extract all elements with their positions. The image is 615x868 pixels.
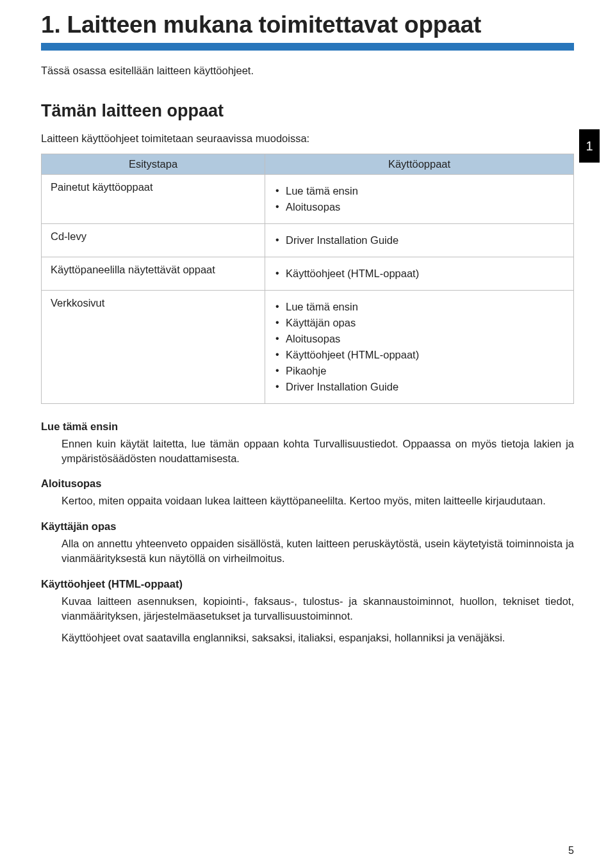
- table-row-items: Lue tämä ensin Käyttäjän opas Aloitusopa…: [274, 301, 564, 393]
- table-header-col1: Esitystapa: [42, 154, 265, 174]
- definitions-block: Lue tämä ensin Ennen kuin käytät laitett…: [41, 421, 574, 645]
- table-row-items: Käyttöohjeet (HTML-oppaat): [274, 268, 564, 280]
- list-item: Käyttöohjeet (HTML-oppaat): [274, 349, 564, 361]
- chapter-intro: Tässä osassa esitellään laitteen käyttöo…: [41, 65, 574, 77]
- list-item: Lue tämä ensin: [274, 185, 564, 197]
- definition-term: Aloitusopas: [41, 478, 574, 490]
- title-underline: [41, 43, 574, 51]
- definition-body: Kuvaa laitteen asennuksen, kopiointi-, f…: [62, 594, 574, 624]
- list-item: Driver Installation Guide: [274, 381, 564, 393]
- table-row-items: Lue tämä ensin Aloitusopas: [274, 185, 564, 213]
- table-row: Painetut käyttöoppaat Lue tämä ensin Alo…: [42, 174, 574, 223]
- definition-term: Lue tämä ensin: [41, 421, 574, 433]
- chapter-tab: 1: [579, 129, 600, 163]
- definition-term: Käyttäjän opas: [41, 520, 574, 533]
- page-number: 5: [568, 845, 574, 856]
- chapter-tab-label: 1: [586, 139, 593, 154]
- section-lead: Laitteen käyttöohjeet toimitetaan seuraa…: [41, 133, 574, 145]
- table-row-label: Cd-levy: [42, 223, 265, 257]
- definition-body: Kertoo, miten oppaita voidaan lukea lait…: [62, 494, 574, 508]
- definition-term: Käyttöohjeet (HTML-oppaat): [41, 578, 574, 590]
- list-item: Pikaohje: [274, 365, 564, 377]
- list-item: Aloitusopas: [274, 333, 564, 345]
- guide-table: Esitystapa Käyttöoppaat Painetut käyttöo…: [41, 154, 574, 404]
- definition-body: Alla on annettu yhteenveto oppaiden sisä…: [62, 536, 574, 567]
- list-item: Käyttäjän opas: [274, 317, 564, 329]
- table-row: Cd-levy Driver Installation Guide: [42, 223, 574, 257]
- list-item: Lue tämä ensin: [274, 301, 564, 313]
- list-item: Käyttöohjeet (HTML-oppaat): [274, 268, 564, 280]
- table-row-label: Painetut käyttöoppaat: [42, 174, 265, 223]
- definition-body: Ennen kuin käytät laitetta, lue tämän op…: [62, 437, 574, 467]
- table-header-col2: Käyttöoppaat: [265, 154, 574, 174]
- table-row-label: Käyttöpaneelilla näytettävät oppaat: [42, 257, 265, 290]
- section-title: Tämän laitteen oppaat: [41, 101, 574, 121]
- table-row: Verkkosivut Lue tämä ensin Käyttäjän opa…: [42, 290, 574, 403]
- definition-body: Käyttöohjeet ovat saatavilla englanniksi…: [62, 631, 574, 645]
- table-row-label: Verkkosivut: [42, 290, 265, 403]
- list-item: Aloitusopas: [274, 201, 564, 213]
- table-row: Käyttöpaneelilla näytettävät oppaat Käyt…: [42, 257, 574, 290]
- chapter-title: 1. Laitteen mukana toimitettavat oppaat: [41, 12, 574, 39]
- list-item: Driver Installation Guide: [274, 234, 564, 246]
- table-row-items: Driver Installation Guide: [274, 234, 564, 246]
